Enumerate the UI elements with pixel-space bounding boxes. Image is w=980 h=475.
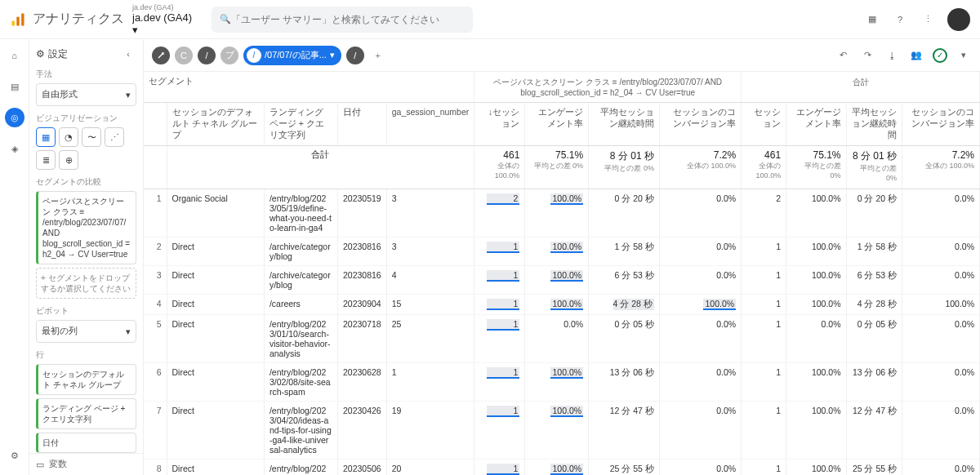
undo-icon[interactable]: ↶: [835, 47, 851, 64]
search-icon: 🔍: [220, 14, 231, 24]
nav-reports-icon[interactable]: ▤: [5, 77, 24, 96]
chevron-down-icon[interactable]: ▾: [956, 47, 972, 64]
table-row[interactable]: 6 Direct /entry/blog/2023/02/08/site-sea…: [144, 363, 980, 402]
tab-2[interactable]: C: [175, 47, 193, 64]
tab-3[interactable]: /: [198, 47, 216, 64]
analytics-logo-icon: [10, 11, 26, 28]
table-row[interactable]: 2 Direct /archive/category/blog 20230816…: [144, 238, 980, 266]
user-avatar[interactable]: [947, 8, 970, 31]
brand-label: アナリティクス: [33, 11, 124, 28]
col-group-2: 合計: [742, 72, 980, 103]
viz-geo-icon[interactable]: ⊕: [59, 150, 78, 170]
chevron-down-icon: ▾: [126, 326, 131, 336]
sync-indicator[interactable]: ✓: [933, 48, 947, 63]
tab-active[interactable]: //07/07/の記事... ▾: [243, 46, 341, 65]
segment-compare-label: セグメントの比較: [36, 176, 136, 188]
tab-6[interactable]: /: [346, 47, 364, 64]
row-chip[interactable]: ランディング ページ + クエリ文字列: [36, 398, 136, 429]
viz-line-icon[interactable]: 〜: [82, 127, 101, 147]
col-date[interactable]: 日付: [337, 103, 386, 146]
share-icon[interactable]: 👥: [908, 47, 924, 64]
col-engage-1[interactable]: エンゲージメント率: [525, 103, 589, 146]
nav-home-icon[interactable]: ⌂: [5, 46, 24, 65]
row-chip[interactable]: 日付: [36, 433, 136, 453]
nav-admin-icon[interactable]: ⚙: [5, 446, 24, 465]
col-avgdur-1[interactable]: 平均セッション継続時間: [589, 103, 660, 146]
chevron-down-icon: ▾: [126, 90, 131, 100]
col-session-num[interactable]: ga_session_number: [386, 103, 474, 146]
viz-label: ビジュアリゼーション: [36, 113, 136, 124]
tabs-bar: C / ブ //07/07/の記事... ▾ / + ↶ ↷ ⭳ 👥 ✓ ▾: [144, 39, 980, 72]
help-icon[interactable]: ?: [892, 11, 908, 28]
viz-scatter-icon[interactable]: ⋰: [105, 127, 124, 147]
col-channel[interactable]: セッションのデフォルト チャネル グループ: [167, 103, 264, 146]
col-avgdur-2[interactable]: 平均セッション継続時間: [846, 103, 902, 146]
rows-label: 行: [36, 349, 136, 361]
app-header: アナリティクス ja.dev (GA4) ja.dev (GA4) ▾ 🔍 ▦ …: [0, 0, 980, 39]
property-selector[interactable]: ja.dev (GA4) ja.dev (GA4) ▾: [132, 3, 192, 36]
col-segment: セグメント: [144, 72, 474, 103]
nav-rail: ⌂ ▤ ◎ ◈ ⚙: [0, 39, 29, 475]
col-landing[interactable]: ランディング ページ + クエリ文字列: [264, 103, 337, 146]
svg-rect-1: [16, 16, 19, 25]
tab-4[interactable]: ブ: [220, 47, 238, 64]
table-row[interactable]: 5 Direct /entry/blog/2023/01/10/search-v…: [144, 315, 980, 363]
col-sessions-1[interactable]: ↓セッション: [474, 103, 525, 146]
col-conv-2[interactable]: セッションのコンバージョン率: [902, 103, 980, 146]
col-group-1: ページパスとスクリーン クラス ≡ /entry/blog/2023/07/07…: [474, 72, 742, 103]
add-tab-button[interactable]: +: [369, 47, 387, 64]
table-row[interactable]: 4 Direct /careers 20230904 15 1 100.0% 4…: [144, 295, 980, 315]
viz-donut-icon[interactable]: ◔: [59, 127, 78, 147]
col-conv-1[interactable]: セッションのコンバージョン率: [659, 103, 741, 146]
tab-1[interactable]: [152, 47, 170, 64]
table-row[interactable]: 3 Direct /archive/category/blog 20230816…: [144, 266, 980, 295]
col-engage-2[interactable]: エンゲージメント率: [786, 103, 846, 146]
pivot-label: ピボット: [36, 305, 136, 317]
nav-ads-icon[interactable]: ◈: [5, 139, 24, 158]
download-icon[interactable]: ⭳: [884, 47, 900, 64]
menu-icon[interactable]: ⋮: [920, 11, 936, 28]
sidebar-title: ⚙ 設定: [36, 47, 68, 61]
svg-rect-0: [12, 20, 15, 25]
col-sessions-2[interactable]: セッション: [742, 103, 786, 146]
table-row[interactable]: 7 Direct /entry/blog/2023/04/20/ideas-an…: [144, 402, 980, 459]
viz-table-icon[interactable]: ▦: [36, 127, 56, 147]
table-row[interactable]: 8 Direct /entry/blog/2023/04/28/kensaku-…: [144, 459, 980, 476]
search-box[interactable]: 🔍: [212, 7, 473, 33]
summary-row: 合計 461全体の 100.0% 75.1%平均との差 0% 8 分 01 秒平…: [144, 146, 980, 189]
viz-group: ▦ ◔ 〜 ⋰: [36, 127, 136, 147]
pivot-select[interactable]: 最初の列▾: [36, 320, 136, 343]
technique-label: 手法: [36, 69, 136, 80]
search-input[interactable]: [231, 14, 465, 25]
table-row[interactable]: 1 Organic Social /entry/blog/2023/05/19/…: [144, 189, 980, 238]
segment-drop-zone[interactable]: + セグメントをドロップするか選択してください: [36, 268, 136, 299]
apps-icon[interactable]: ▦: [864, 11, 880, 28]
segment-chip[interactable]: ページパスとスクリーン クラス ≡ /entry/blog/2023/07/07…: [36, 191, 136, 264]
row-chip[interactable]: セッションのデフォルト チャネル グループ: [36, 364, 136, 395]
collapse-icon[interactable]: ‹: [120, 46, 136, 62]
viz-bar-icon[interactable]: ≣: [36, 150, 56, 170]
nav-explore-icon[interactable]: ◎: [5, 108, 24, 127]
settings-sidebar: ⚙ 設定 ‹ 手法 自由形式▾ ビジュアリゼーション ▦ ◔ 〜 ⋰ ≣ ⊕ セ…: [29, 39, 144, 475]
sidebar-footer[interactable]: ▭ 変数: [29, 453, 143, 475]
svg-rect-2: [21, 13, 24, 25]
data-table[interactable]: セグメント ページパスとスクリーン クラス ≡ /entry/blog/2023…: [144, 72, 980, 475]
redo-icon[interactable]: ↷: [859, 47, 875, 64]
technique-select[interactable]: 自由形式▾: [36, 83, 136, 106]
